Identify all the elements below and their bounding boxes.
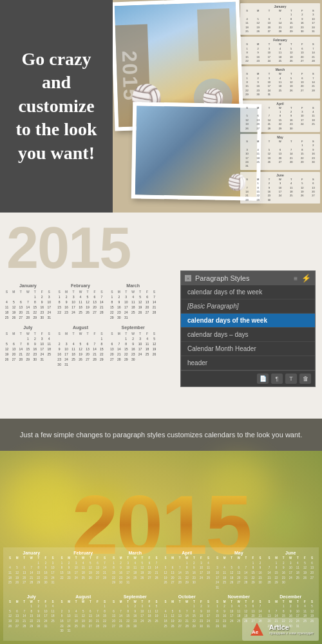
panel-expand-button[interactable]: ≡: [294, 275, 298, 282]
cal-february: February SMTWTFS 1234567 891011121314 15…: [56, 283, 106, 320]
mini-calendar: January SMTWTFS 123 45678910 11121314151…: [238, 0, 322, 213]
cal-september: September SMTWTFS 12345 6789101112 13141…: [108, 325, 158, 367]
panel-option-button[interactable]: T: [285, 374, 297, 384]
bottom-cal-january: January SMTWTFS 123 45678910 11121314151…: [6, 551, 57, 590]
panel-style-button[interactable]: ¶: [271, 374, 283, 384]
paragraph-styles-panel: × Paragraph Styles ≡ ⚡ calendar days of …: [180, 270, 316, 387]
bottom-cal-july: July SMTWTFS 1234 567891011 121314151617…: [6, 594, 57, 634]
section-bottom: Just a few simple changes to paragraph s…: [0, 419, 322, 644]
bottom-cal-june: June SMTWTFS 123456 78910111213 14151617…: [266, 551, 316, 590]
panel-body: calendar days of the week [Basic Paragra…: [181, 285, 315, 370]
bottom-cal-october: October SMTWTFS 123 45678910 11121314151…: [162, 594, 213, 634]
bottom-cal-may: May SMTWTFS 12 3456789 10111213141516 17…: [214, 551, 264, 590]
bottom-banner-text: Just a few simple changes to paragraph s…: [0, 419, 322, 451]
panel-item-3[interactable]: calendar days – days: [181, 328, 315, 342]
cal-august: August SMTWTFS 1 2345678 9101112131415 1…: [56, 325, 106, 367]
panel-header: × Paragraph Styles ≡ ⚡: [181, 271, 315, 285]
panel-item-1[interactable]: [Basic Paragraph]: [181, 299, 315, 314]
cal-january: January SMTWTFS 123 45678910 11121314151…: [3, 283, 53, 320]
svg-text:Ae: Ae: [252, 629, 259, 635]
top-left-panel: Go crazy and customize to the look you w…: [0, 0, 113, 213]
panel-delete-button[interactable]: 🗑: [299, 374, 311, 384]
flash-icon: ⚡: [301, 274, 311, 283]
year-display-large: 2015: [6, 219, 130, 277]
small-calendar: January SMTWTFS 123 45678910 11121314151…: [3, 283, 158, 372]
cal-march: March SMTWTFS 1234567 891011121314 15161…: [108, 283, 158, 320]
panel-footer: 📄 ¶ T 🗑: [181, 370, 315, 386]
panel-new-button[interactable]: 📄: [257, 374, 269, 384]
watermark-logo-text: ArtIce: [269, 623, 314, 631]
panel-item-0[interactable]: calendar days of the week: [181, 285, 315, 299]
section-top: Go crazy and customize to the look you w…: [0, 0, 322, 213]
watermark-subtext: праздник к нам приходит: [269, 631, 314, 635]
cal-july: July SMTWTFS 1234 567891011 121314151617…: [3, 325, 53, 367]
headline-text: Go crazy and customize to the look you w…: [13, 48, 100, 165]
bottom-cal-february: February SMTWTFS 1234567 891011121314 15…: [59, 551, 109, 590]
panel-item-2[interactable]: calendar days of the week: [181, 314, 315, 328]
panel-item-4[interactable]: Calendar Month Header: [181, 342, 315, 356]
panel-title: Paragraph Styles: [195, 274, 290, 282]
bottom-cal-march: March SMTWTFS 1234567 891011121314 15161…: [110, 551, 160, 590]
bottom-cal-august: August SMTWTFS 1 2345678 9101112131415 1…: [59, 594, 109, 634]
bottom-cal-april: April SMTWTFS 1234 567891011 12131415161…: [162, 551, 213, 590]
panel-close-button[interactable]: ×: [185, 275, 191, 281]
section-middle: 2015 January SMTWTFS 123 45678910 111213…: [0, 213, 322, 419]
panel-item-5[interactable]: header: [181, 356, 315, 370]
bottom-cal-september: September SMTWTFS 12345 6789101112 13141…: [110, 594, 160, 634]
artice-logo-icon: Ae: [247, 620, 267, 639]
watermark: Ae ArtIce праздник к нам приходит: [242, 618, 319, 641]
top-right-panel: 2015 🏐 🏐 January SMTWTFS 123 45678910 11…: [113, 0, 322, 213]
